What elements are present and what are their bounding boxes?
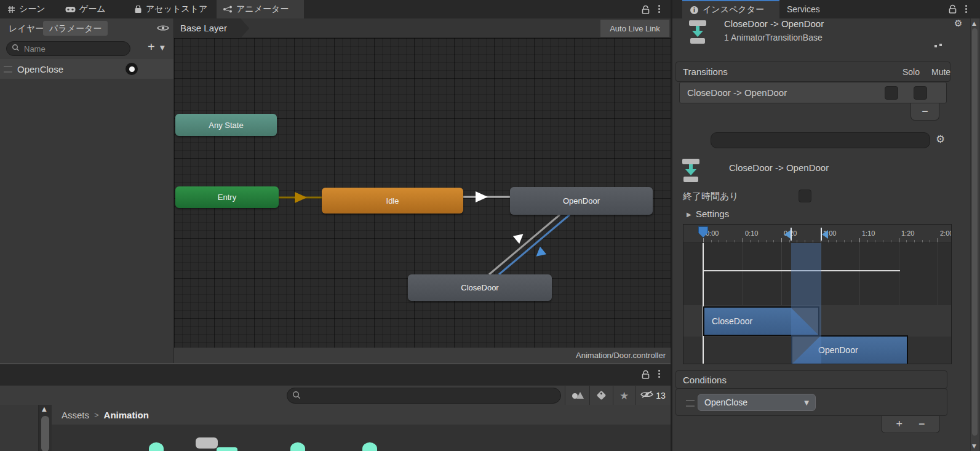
project-search-input[interactable] bbox=[304, 391, 556, 401]
drag-handle-icon[interactable] bbox=[686, 400, 695, 407]
tab-asset-store[interactable]: アセットストア bbox=[128, 0, 213, 18]
state-node-open-door[interactable]: OpenDoor bbox=[510, 187, 653, 215]
filter-by-label-button[interactable] bbox=[589, 386, 613, 405]
minor-ticks bbox=[703, 240, 943, 242]
hidden-eye-icon bbox=[640, 390, 653, 401]
add-parameter-button[interactable]: + bbox=[148, 41, 155, 53]
solo-checkbox[interactable] bbox=[885, 86, 898, 100]
chevron-down-icon[interactable]: ▼ bbox=[160, 44, 165, 51]
animator-icon bbox=[223, 6, 233, 13]
lock-icon[interactable] bbox=[641, 5, 650, 15]
breadcrumb[interactable]: Base Layer bbox=[174, 18, 250, 38]
favorites-button[interactable]: ★ bbox=[613, 386, 635, 405]
tab-animator-label: アニメーター bbox=[236, 4, 289, 15]
transition-window-highlight[interactable] bbox=[791, 225, 821, 364]
project-vertical-scrollbar[interactable]: ▲ bbox=[39, 405, 52, 451]
state-node-any-state[interactable]: Any State bbox=[175, 114, 277, 136]
lock-icon[interactable] bbox=[948, 4, 957, 14]
animation-clip-icon[interactable] bbox=[196, 437, 218, 449]
tab-game[interactable]: ゲーム bbox=[59, 0, 112, 18]
hidden-items-button[interactable]: 13 bbox=[635, 386, 671, 405]
bar-label: CloseDoor bbox=[712, 308, 752, 335]
animation-clip-icon[interactable] bbox=[149, 442, 164, 451]
breadcrumb: Assets > Animation bbox=[52, 405, 671, 425]
project-search-field[interactable] bbox=[287, 388, 561, 404]
tab-animator[interactable]: アニメーター bbox=[217, 0, 304, 18]
graph-canvas[interactable]: Any State Entry Idle OpenDoor CloseDoor bbox=[174, 38, 671, 348]
search-input[interactable] bbox=[23, 44, 125, 54]
tag-icon bbox=[597, 391, 607, 401]
tab-inspector[interactable]: i インスペクター bbox=[682, 0, 779, 18]
node-label: OpenDoor bbox=[563, 196, 600, 206]
major-tick bbox=[703, 238, 704, 242]
parameter-row[interactable]: OpenClose bbox=[0, 59, 173, 79]
lock-icon[interactable] bbox=[641, 370, 650, 380]
tab-parameters[interactable]: パラメーター bbox=[43, 21, 108, 36]
major-tick bbox=[938, 238, 938, 242]
transition-icon-bar bbox=[690, 38, 705, 44]
project-toolbar bbox=[0, 364, 671, 385]
condition-parameter-dropdown[interactable]: OpenClose ▼ bbox=[698, 394, 816, 411]
search-icon bbox=[12, 44, 20, 54]
breadcrumb-chevron-icon: > bbox=[94, 410, 99, 420]
auto-live-link-button[interactable]: Auto Live Link bbox=[600, 20, 669, 37]
animator-side-panel: レイヤー パラメーター + ▼ OpenClose bbox=[0, 18, 174, 363]
transition-icon-arrowhead bbox=[692, 31, 703, 37]
remove-condition-button[interactable]: − bbox=[918, 418, 925, 431]
graph-breadcrumb-bar: Base Layer Auto Live Link bbox=[174, 18, 671, 38]
animation-clip-icon[interactable] bbox=[217, 447, 237, 451]
scroll-up-icon[interactable]: ▲ bbox=[42, 405, 47, 412]
foldout-arrow-icon[interactable]: ▶ bbox=[687, 211, 691, 218]
transition-icon-bar bbox=[689, 20, 706, 26]
settings-foldout[interactable]: Settings bbox=[696, 209, 729, 219]
kebab-menu-icon[interactable] bbox=[658, 370, 660, 372]
scrollbar-thumb[interactable] bbox=[41, 416, 49, 451]
remove-transition-button[interactable]: − bbox=[910, 103, 939, 121]
gear-icon[interactable]: ⚙ bbox=[954, 18, 962, 29]
transition-list-row[interactable]: CloseDoor -> OpenDoor bbox=[679, 82, 947, 103]
inspector-scrollbar[interactable]: ▲ ▼ bbox=[970, 18, 979, 451]
eye-icon[interactable] bbox=[157, 24, 169, 32]
tab-services[interactable]: Services bbox=[787, 4, 820, 14]
scroll-down-icon[interactable]: ▼ bbox=[972, 443, 976, 449]
state-node-entry[interactable]: Entry bbox=[175, 186, 279, 208]
breadcrumb-current[interactable]: Animation bbox=[104, 410, 149, 420]
major-tick bbox=[743, 238, 743, 242]
filter-by-type-button[interactable] bbox=[565, 386, 589, 405]
asset-grid[interactable] bbox=[52, 425, 671, 451]
scrollbar-thumb[interactable] bbox=[972, 28, 978, 436]
transition-icon-bar bbox=[683, 177, 698, 182]
shopping-bag-icon bbox=[134, 6, 142, 14]
transition-name-input[interactable] bbox=[711, 132, 930, 148]
transition-start-marker[interactable] bbox=[791, 228, 792, 241]
timeline-ruler[interactable]: 0:00 0:10 0:20 1:00 1:10 1:20 2:00 bbox=[683, 225, 951, 243]
transition-icon bbox=[682, 159, 700, 182]
animation-clip-icon[interactable] bbox=[362, 442, 377, 451]
tick-label: 0:10 bbox=[745, 229, 758, 237]
gear-icon[interactable]: ⚙ bbox=[936, 133, 945, 145]
exit-time-checkbox[interactable] bbox=[799, 190, 811, 202]
project-search-row: ★ 13 bbox=[0, 385, 671, 405]
side-panel-header: レイヤー パラメーター bbox=[0, 18, 173, 39]
tab-scene[interactable]: シーン bbox=[1, 0, 52, 18]
kebab-menu-icon[interactable] bbox=[658, 5, 660, 7]
drag-handle-icon[interactable] bbox=[4, 66, 12, 73]
animation-clip-icon[interactable] bbox=[290, 442, 305, 451]
star-icon: ★ bbox=[619, 389, 629, 402]
mute-checkbox[interactable] bbox=[914, 86, 927, 100]
search-icon bbox=[292, 391, 301, 401]
transition-end-marker[interactable] bbox=[821, 228, 822, 241]
scroll-up-icon[interactable]: ▲ bbox=[972, 20, 976, 26]
transition-timeline[interactable]: CloseDoor OpenDoor 0:00 0:10 0:20 1:00 bbox=[683, 224, 952, 364]
parameter-bool-toggle[interactable] bbox=[125, 63, 138, 75]
state-node-close-door[interactable]: CloseDoor bbox=[408, 274, 552, 301]
add-condition-button[interactable]: + bbox=[896, 418, 902, 431]
parameter-search-field[interactable] bbox=[6, 41, 130, 56]
transitions-header: Transitions bbox=[683, 66, 728, 77]
dropdown-value: OpenClose bbox=[704, 397, 747, 407]
breadcrumb-root[interactable]: Assets bbox=[62, 410, 89, 420]
tab-inspector-label: インスペクター bbox=[703, 4, 764, 15]
folder-tree-panel[interactable] bbox=[0, 405, 38, 451]
kebab-menu-icon[interactable] bbox=[965, 5, 967, 7]
state-node-idle[interactable]: Idle bbox=[322, 188, 463, 214]
